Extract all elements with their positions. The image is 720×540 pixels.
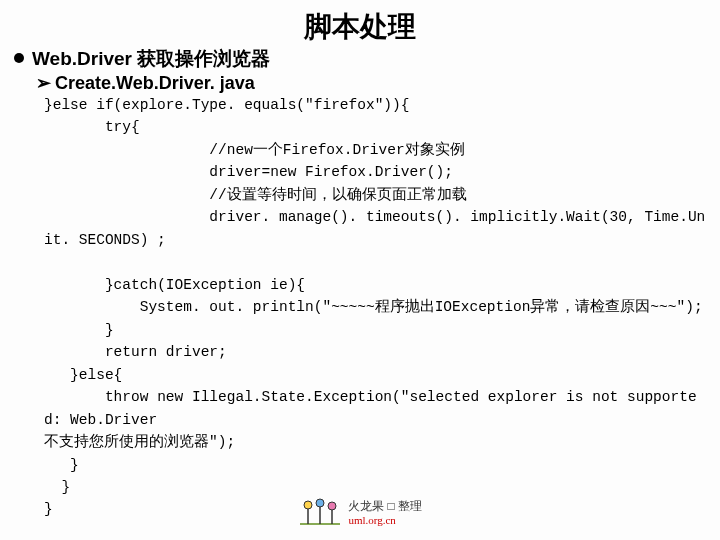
footer-line1: 火龙果 □ 整理 (348, 499, 421, 513)
bullet-dot-icon (14, 53, 24, 63)
bullet2-text: Create.Web.Driver. java (55, 73, 255, 93)
code-block: }else if(explore.Type. equals("firefox")… (0, 94, 720, 521)
footer-logo-icon (298, 496, 342, 530)
bullet-arrow-icon: ➢ (36, 73, 51, 93)
slide-title: 脚本处理 (0, 0, 720, 46)
bullet-level-2: ➢Create.Web.Driver. java (0, 72, 720, 94)
svg-point-2 (304, 501, 312, 509)
footer-text: 火龙果 □ 整理 uml.org.cn (348, 499, 421, 527)
footer-line2: uml.org.cn (348, 514, 421, 527)
footer: 火龙果 □ 整理 uml.org.cn (0, 496, 720, 530)
bullet1-text: Web.Driver 获取操作浏览器 (32, 48, 270, 69)
svg-point-6 (328, 502, 336, 510)
svg-point-4 (316, 499, 324, 507)
bullet-level-1: Web.Driver 获取操作浏览器 (0, 46, 720, 72)
